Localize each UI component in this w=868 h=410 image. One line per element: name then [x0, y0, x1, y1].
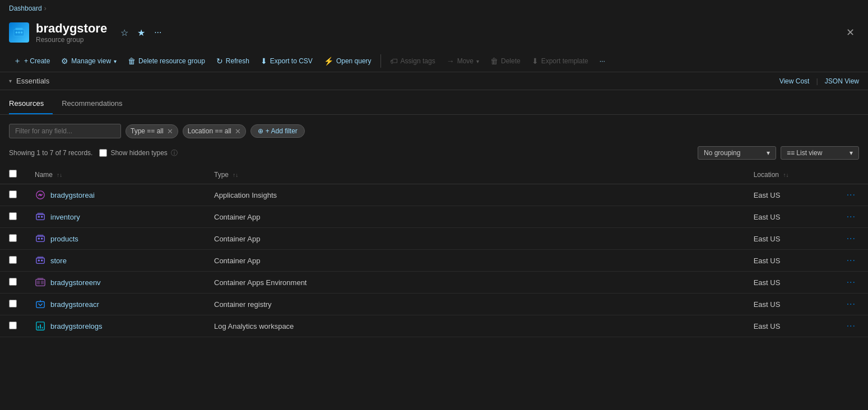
row-more-button[interactable]: ···: [843, 232, 859, 245]
pin-button[interactable]: ☆: [118, 26, 131, 39]
resource-name-cell: bradygstoreai: [26, 184, 205, 206]
row-checkbox[interactable]: [9, 322, 17, 329]
header-title-group: bradygstore Resource group: [36, 21, 107, 44]
move-icon: →: [447, 57, 454, 66]
resource-name-cell: bradygstoreenv: [26, 272, 205, 293]
resource-link-bradygstoreai[interactable]: bradygstoreai: [50, 191, 95, 199]
grouping-label: No grouping: [704, 149, 740, 157]
row-checkbox-cell[interactable]: [0, 272, 26, 293]
row-more-button[interactable]: ···: [843, 189, 859, 201]
row-checkbox-cell[interactable]: [0, 250, 26, 272]
assign-tags-icon: 🏷: [390, 57, 398, 66]
col-header-type[interactable]: Type ↑↓: [205, 165, 745, 184]
row-actions-cell[interactable]: ···: [834, 184, 868, 206]
table-row: inventory Container App East US ···: [0, 206, 868, 228]
row-checkbox[interactable]: [9, 256, 17, 264]
favorite-button[interactable]: ★: [135, 26, 147, 39]
select-all-header[interactable]: [0, 165, 26, 184]
resource-link-bradygstoreenv[interactable]: bradygstoreenv: [50, 278, 101, 287]
row-checkbox[interactable]: [9, 300, 17, 308]
svg-point-9: [41, 216, 43, 218]
tab-resources[interactable]: Resources: [9, 95, 53, 114]
view-chevron: ▾: [850, 149, 853, 157]
breadcrumb-item-dashboard[interactable]: Dashboard: [9, 4, 42, 12]
row-more-button[interactable]: ···: [843, 211, 859, 223]
move-button[interactable]: → Move ▾: [442, 54, 484, 68]
assign-tags-button[interactable]: 🏷 Assign tags: [386, 54, 440, 68]
row-checkbox[interactable]: [9, 212, 17, 220]
view-select[interactable]: ≡≡ List view ▾: [781, 146, 859, 160]
resource-name-cell: bradygstorelogs: [26, 315, 205, 337]
row-checkbox-cell[interactable]: [0, 184, 26, 206]
row-more-button[interactable]: ···: [843, 254, 859, 267]
delete-rg-button[interactable]: 🗑 Delete resource group: [123, 54, 210, 68]
resource-location: East US: [745, 272, 834, 293]
close-button[interactable]: ✕: [842, 24, 859, 41]
resources-table: Name ↑↓ Type ↑↓ Location ↑↓: [0, 165, 868, 337]
filter-input[interactable]: [9, 124, 121, 138]
json-view-link[interactable]: JSON View: [825, 77, 859, 85]
row-actions-cell[interactable]: ···: [834, 272, 868, 293]
remove-location-filter[interactable]: ✕: [235, 127, 241, 136]
remove-type-filter[interactable]: ✕: [167, 127, 173, 136]
show-hidden-checkbox[interactable]: [99, 149, 107, 157]
resource-link-store[interactable]: store: [50, 257, 67, 265]
page-title: bradygstore: [36, 21, 107, 36]
row-checkbox-cell[interactable]: [0, 293, 26, 315]
view-cost-link[interactable]: View Cost: [779, 77, 810, 85]
row-more-button[interactable]: ···: [843, 276, 859, 288]
more-options-header-button[interactable]: ···: [152, 26, 164, 39]
info-icon[interactable]: ⓘ: [171, 148, 178, 158]
row-checkbox[interactable]: [9, 190, 17, 198]
export-csv-button[interactable]: ⬇ Export to CSV: [256, 54, 317, 68]
toolbar-more-button[interactable]: ···: [595, 55, 610, 67]
svg-point-6: [39, 194, 41, 196]
resource-location: East US: [745, 206, 834, 228]
col-header-name[interactable]: Name ↑↓: [26, 165, 205, 184]
row-actions-cell[interactable]: ···: [834, 293, 868, 315]
create-button[interactable]: ＋ + Create: [9, 54, 54, 68]
table-body: bradygstoreai Application Insights East …: [0, 184, 868, 337]
page-subtitle: Resource group: [36, 36, 107, 44]
svg-point-3: [18, 31, 20, 34]
row-checkbox[interactable]: [9, 234, 17, 242]
row-actions-cell[interactable]: ···: [834, 206, 868, 228]
export-template-button[interactable]: ⬇ Export template: [527, 54, 593, 68]
svg-point-8: [38, 216, 40, 218]
row-checkbox[interactable]: [9, 278, 17, 286]
delete-button[interactable]: 🗑 Delete: [486, 54, 525, 68]
row-actions-cell[interactable]: ···: [834, 250, 868, 272]
row-more-button[interactable]: ···: [843, 298, 859, 310]
row-more-button[interactable]: ···: [843, 320, 859, 332]
row-checkbox-cell[interactable]: [0, 228, 26, 250]
row-actions-cell[interactable]: ···: [834, 315, 868, 337]
select-all-checkbox[interactable]: [9, 170, 17, 178]
resource-name-cell: store: [26, 250, 205, 272]
row-actions-cell[interactable]: ···: [834, 228, 868, 250]
col-header-location[interactable]: Location ↑↓: [745, 165, 834, 184]
resource-type: Container App: [205, 250, 745, 272]
resource-link-bradygstoreacr[interactable]: bradygstoreacr: [50, 300, 99, 309]
resource-name-cell: inventory: [26, 206, 205, 228]
grouping-select[interactable]: No grouping ▾: [698, 146, 776, 160]
resource-link-products[interactable]: products: [50, 235, 78, 243]
toolbar-separator: [380, 54, 381, 68]
resource-type: Container Apps Environment: [205, 272, 745, 293]
resource-type: Container App: [205, 206, 745, 228]
row-checkbox-cell[interactable]: [0, 315, 26, 337]
resource-link-inventory[interactable]: inventory: [50, 213, 80, 221]
essentials-chevron[interactable]: ▾: [9, 78, 12, 84]
resource-link-bradygstorelogs[interactable]: bradygstorelogs: [50, 322, 103, 330]
hidden-types-control: Show hidden types ⓘ: [99, 148, 177, 158]
refresh-button[interactable]: ↻ Refresh: [212, 54, 254, 68]
tab-recommendations[interactable]: Recommendations: [62, 95, 131, 114]
type-sort-icon: ↑↓: [233, 172, 238, 178]
open-query-button[interactable]: ⚡ Open query: [319, 54, 376, 68]
manage-view-button[interactable]: ⚙ Manage view ▾: [57, 54, 121, 68]
delete-rg-icon: 🗑: [128, 57, 136, 66]
resource-type: Container registry: [205, 293, 745, 315]
resource-location: East US: [745, 293, 834, 315]
resource-location: East US: [745, 250, 834, 272]
add-filter-button[interactable]: ⊕ + Add filter: [250, 124, 305, 138]
row-checkbox-cell[interactable]: [0, 206, 26, 228]
